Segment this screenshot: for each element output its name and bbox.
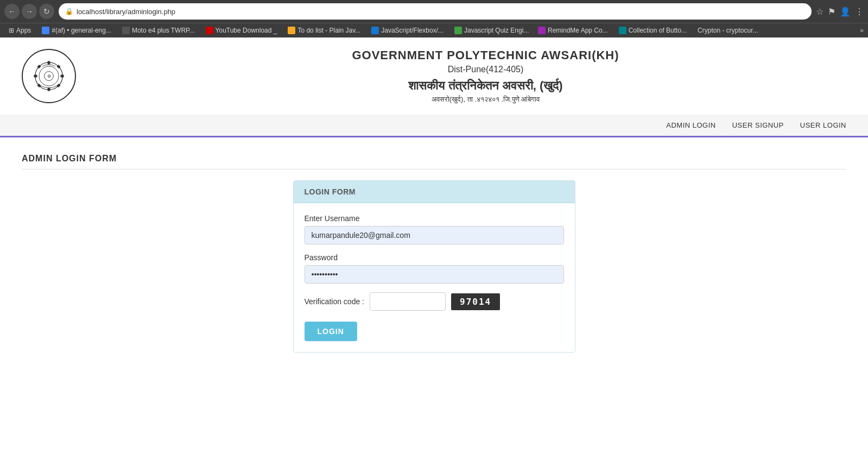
bookmark-general-eng[interactable]: #(af) • general-eng... <box>37 26 116 35</box>
menu-icon[interactable]: ⋮ <box>855 7 864 17</box>
svg-rect-4 <box>34 75 37 78</box>
bm-icon-4 <box>288 27 295 34</box>
username-label: Enter Username <box>305 214 564 223</box>
logo-area: ⚙ <box>22 49 76 103</box>
admin-login-link[interactable]: ADMIN LOGIN <box>666 121 715 129</box>
site-header: ⚙ GOVERNMENT POLYTECHNIC AWSARI(KH) Dist… <box>0 37 868 115</box>
card-body: Enter Username Password Verification cod… <box>294 203 575 352</box>
bm-label-4: To do list - Plain Jav... <box>297 27 360 34</box>
apps-grid-icon: ⊞ <box>9 27 14 34</box>
bookmarks-more-button[interactable]: » <box>860 27 864 34</box>
svg-rect-3 <box>48 88 50 91</box>
username-input[interactable] <box>305 226 564 244</box>
password-label: Password <box>305 253 564 262</box>
district-info: Dist-Pune(412-405) <box>125 65 846 74</box>
address-bar[interactable]: 🔒 localhost/library/adminlogin.php <box>59 3 812 20</box>
bookmark-todo[interactable]: To do list - Plain Jav... <box>283 26 365 35</box>
bm-label-5: JavaScript/Flexbox/... <box>381 27 443 34</box>
bm-label-9: Crypton - cryptocur... <box>698 27 758 34</box>
bm-icon-1 <box>42 27 49 34</box>
bm-icon-6 <box>454 27 462 34</box>
password-input[interactable] <box>305 265 564 284</box>
password-group: Password <box>305 253 564 284</box>
toolbar-icons: ☆ ⚑ 👤 ⋮ <box>816 7 864 17</box>
bookmark-apps[interactable]: ⊞ Apps <box>4 26 35 35</box>
svg-rect-2 <box>48 61 50 64</box>
refresh-button[interactable]: ↻ <box>39 4 54 19</box>
shield-icon[interactable]: ⚑ <box>828 7 835 17</box>
bm-icon-7 <box>538 27 546 34</box>
verification-label: Verification code : <box>305 297 365 306</box>
username-group: Enter Username <box>305 214 564 244</box>
bm-label-3: YouTube Download _ <box>216 27 277 34</box>
page-content: ⚙ GOVERNMENT POLYTECHNIC AWSARI(KH) Dist… <box>0 37 868 471</box>
bm-icon-3 <box>206 27 213 34</box>
bm-label-2: Moto e4 plus TWRP... <box>132 27 195 34</box>
svg-text:⚙: ⚙ <box>47 74 51 79</box>
user-signup-link[interactable]: USER SIGNUP <box>732 121 784 129</box>
bm-label-8: Collection of Butto... <box>629 27 687 34</box>
bm-icon-5 <box>371 27 379 34</box>
main-content: ADMIN LOGIN FORM LOGIN FORM Enter Userna… <box>0 137 868 369</box>
verification-input[interactable] <box>370 292 446 311</box>
bm-label-6: Javascript Quiz Engi... <box>464 27 529 34</box>
bookmark-buttons[interactable]: Collection of Butto... <box>614 26 691 35</box>
captcha-display: 97014 <box>451 293 500 310</box>
bookmark-crypton[interactable]: Crypton - cryptocur... <box>693 26 762 35</box>
bm-label-7: RemindMe App Co... <box>548 27 608 34</box>
nav-buttons: ← → ↻ <box>4 4 54 19</box>
page-title: ADMIN LOGIN FORM <box>22 154 846 169</box>
bookmark-quiz[interactable]: Javascript Quiz Engi... <box>450 26 531 35</box>
url-text: localhost/library/adminlogin.php <box>77 8 805 16</box>
institute-name-hindi: शासकीय तंत्रनिकेतन अवसरी, (खुर्द) <box>125 79 846 93</box>
bookmark-youtube[interactable]: YouTube Download _ <box>201 26 282 35</box>
user-login-link[interactable]: USER LOGIN <box>800 121 846 129</box>
bookmarks-bar: ⊞ Apps #(af) • general-eng... Moto e4 pl… <box>0 23 868 37</box>
bookmark-flexbox[interactable]: JavaScript/Flexbox/... <box>367 26 448 35</box>
institute-info: GOVERNMENT POLYTECHNIC AWSARI(KH) Dist-P… <box>92 48 846 104</box>
institute-name-english: GOVERNMENT POLYTECHNIC AWSARI(KH) <box>125 48 846 62</box>
bookmark-remindme[interactable]: RemindMe App Co... <box>534 26 612 35</box>
lock-icon: 🔒 <box>65 8 73 15</box>
bm-icon-2 <box>122 27 130 34</box>
apps-label: Apps <box>16 27 31 34</box>
logo-svg: ⚙ <box>33 60 65 92</box>
card-header: LOGIN FORM <box>294 181 575 203</box>
bm-icon-8 <box>619 27 626 34</box>
login-card: LOGIN FORM Enter Username Password Verif… <box>293 180 575 353</box>
institute-logo: ⚙ <box>22 49 76 103</box>
back-button[interactable]: ← <box>4 4 20 19</box>
login-button[interactable]: LOGIN <box>305 322 357 341</box>
svg-rect-5 <box>61 75 64 78</box>
forward-button[interactable]: → <box>22 4 37 19</box>
navigation-bar: ADMIN LOGIN USER SIGNUP USER LOGIN <box>0 115 868 137</box>
browser-chrome: ← → ↻ 🔒 localhost/library/adminlogin.php… <box>0 0 868 37</box>
address-hindi: अवसरो(खुर्द), ता .४१२४०१ .जि.पुणे आंबेगा… <box>125 95 846 104</box>
profile-icon[interactable]: 👤 <box>840 7 851 17</box>
verification-row: Verification code : 97014 <box>305 292 564 311</box>
star-icon[interactable]: ☆ <box>816 7 823 17</box>
bm-label-1: #(af) • general-eng... <box>52 27 111 34</box>
bookmark-moto[interactable]: Moto e4 plus TWRP... <box>118 26 199 35</box>
browser-toolbar: ← → ↻ 🔒 localhost/library/adminlogin.php… <box>0 0 868 23</box>
